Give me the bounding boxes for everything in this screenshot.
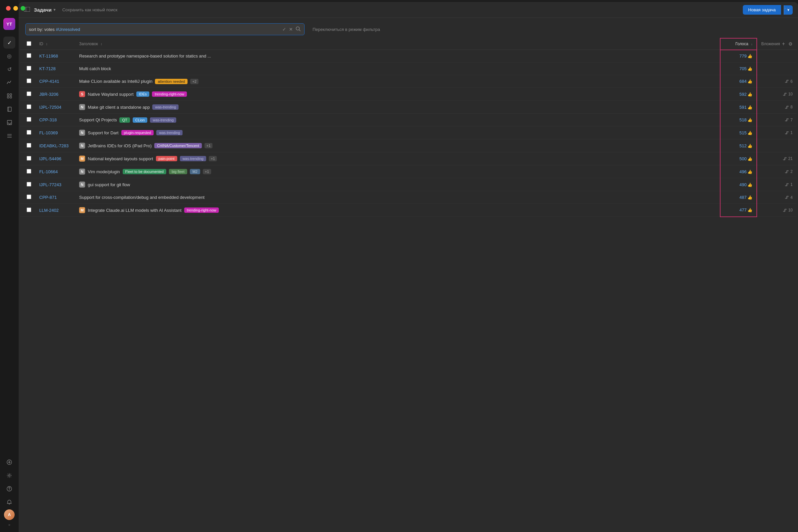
tag-was-trending[interactable]: was-trending xyxy=(152,104,178,110)
tag-clion[interactable]: CLion xyxy=(133,117,148,123)
issue-id-link[interactable]: IDEABKL-7283 xyxy=(39,143,69,148)
upvote-icon[interactable]: 👍 xyxy=(747,79,753,84)
row-checkbox[interactable] xyxy=(26,92,31,96)
issue-id-link[interactable]: JBR-3206 xyxy=(39,92,58,97)
tag-plugin[interactable]: plugin-requested xyxy=(121,130,154,135)
project-logo[interactable]: YT xyxy=(3,18,15,30)
issue-id-link[interactable]: IJPL-77243 xyxy=(39,182,61,187)
issue-id-link[interactable]: IJPL-72504 xyxy=(39,105,61,110)
nav-icon-help[interactable] xyxy=(3,483,15,495)
upvote-icon[interactable]: 👍 xyxy=(747,183,753,187)
th-title[interactable]: Заголовок ↕ xyxy=(75,38,720,50)
issues-table-wrap: ID ↕ Заголовок ↕ Голоса xyxy=(19,38,798,532)
tag-ides[interactable]: IDEs xyxy=(136,92,150,97)
tag-trending[interactable]: trending-right-now xyxy=(152,92,187,97)
row-checkbox[interactable] xyxy=(26,182,31,187)
user-avatar[interactable]: A xyxy=(4,509,15,520)
row-votes-cell: 779👍 xyxy=(720,50,757,62)
tag-qt[interactable]: QT xyxy=(119,117,130,123)
nav-expand-icon[interactable]: » xyxy=(8,523,10,527)
issue-id-link[interactable]: IJPL-54496 xyxy=(39,156,61,161)
close-button[interactable] xyxy=(6,6,11,11)
nav-icon-add[interactable] xyxy=(3,456,15,468)
nav-icon-bell[interactable] xyxy=(3,496,15,508)
issue-id-link[interactable]: KT-7128 xyxy=(39,66,56,71)
nav-icon-circle[interactable]: ◎ xyxy=(3,50,15,62)
upvote-icon[interactable]: 👍 xyxy=(747,131,753,135)
tag-m2[interactable]: M2 xyxy=(190,169,200,174)
tag-count[interactable]: +1 xyxy=(205,143,213,148)
row-checkbox[interactable] xyxy=(26,169,31,174)
th-votes[interactable]: Голоса ↓ xyxy=(720,38,757,50)
nav-icon-settings[interactable] xyxy=(3,470,15,481)
select-all-checkbox[interactable] xyxy=(26,41,31,46)
tag-was-trending[interactable]: was-trending xyxy=(156,130,183,135)
nav-icon-book[interactable] xyxy=(3,103,15,115)
nav-icon-stack[interactable] xyxy=(3,130,15,141)
tag-attention[interactable]: attention needed xyxy=(155,79,188,84)
upvote-icon[interactable]: 👍 xyxy=(747,66,753,71)
issue-id-link[interactable]: LLM-2402 xyxy=(39,208,59,213)
tag-china[interactable]: CHINA/Customer/Tencent xyxy=(154,143,202,148)
filter-switch-button[interactable]: Переключиться в режим фильтра xyxy=(312,27,380,32)
row-checkbox[interactable] xyxy=(26,78,31,83)
nav-icon-chart[interactable] xyxy=(3,76,15,89)
attach-count-value: 8 xyxy=(790,105,793,109)
tag-trending[interactable]: trending-right-now xyxy=(184,208,219,213)
nav-icon-inbox[interactable] xyxy=(3,116,15,128)
tag-fleet-doc[interactable]: Fleet to be documented xyxy=(123,169,167,174)
upvote-icon[interactable]: 👍 xyxy=(747,208,753,212)
tag-was-trending[interactable]: was-trending xyxy=(180,156,206,161)
row-id-cell: KT-7128 xyxy=(35,62,75,75)
upvote-icon[interactable]: 👍 xyxy=(747,144,753,148)
tag-count[interactable]: +2 xyxy=(190,79,198,84)
nav-icon-tasks[interactable]: ✓ xyxy=(3,37,15,49)
upvote-icon[interactable]: 👍 xyxy=(747,54,753,58)
view-title[interactable]: Задачи ▾ xyxy=(34,7,56,13)
search-bar[interactable]: sort by: votes #Unresolved ✓ ✕ xyxy=(25,23,305,35)
issue-id-link[interactable]: CPP-318 xyxy=(39,117,57,122)
table-row: KT-7128Multi catch block705👍 xyxy=(20,62,797,75)
row-checkbox[interactable] xyxy=(26,156,31,160)
search-submit-icon[interactable] xyxy=(296,26,301,33)
row-checkbox[interactable] xyxy=(26,208,31,212)
upvote-icon[interactable]: 👍 xyxy=(747,105,753,110)
nav-icon-history[interactable]: ↺ xyxy=(3,63,15,75)
th-id[interactable]: ID ↕ xyxy=(35,38,75,50)
search-clear-icon[interactable]: ✕ xyxy=(289,26,293,32)
row-checkbox[interactable] xyxy=(26,66,31,71)
row-checkbox[interactable] xyxy=(26,104,31,109)
fullscreen-button[interactable] xyxy=(21,6,25,11)
tag-count[interactable]: +1 xyxy=(203,169,211,174)
upvote-icon[interactable]: 👍 xyxy=(747,170,753,174)
upvote-icon[interactable]: 👍 xyxy=(747,157,753,161)
issue-id-link[interactable]: FL-10369 xyxy=(39,130,58,135)
tag-pain[interactable]: pain-point xyxy=(156,156,177,161)
nav-icon-grid[interactable] xyxy=(3,90,15,102)
tag-was-trending[interactable]: was-trending xyxy=(150,117,176,123)
save-search-button[interactable]: Сохранить как новый поиск xyxy=(62,7,117,12)
issue-id-link[interactable]: KT-11968 xyxy=(39,54,58,58)
row-checkbox[interactable] xyxy=(26,53,31,58)
issue-title-text: JetBrains IDEs for iOS (iPad Pro) xyxy=(88,143,152,148)
upvote-icon[interactable]: 👍 xyxy=(747,195,753,200)
row-checkbox[interactable] xyxy=(26,117,31,122)
attach-count-value: 2 xyxy=(790,169,793,174)
tag-big-fleet[interactable]: big fleet xyxy=(169,169,187,174)
row-checkbox[interactable] xyxy=(26,194,31,199)
issue-id-link[interactable]: FL-10664 xyxy=(39,169,58,174)
window-more-icon[interactable]: ··· xyxy=(784,5,791,12)
upvote-icon[interactable]: 👍 xyxy=(747,118,753,122)
column-settings-icon[interactable]: ⚙ xyxy=(788,41,793,46)
row-checkbox[interactable] xyxy=(26,130,31,135)
issue-id-link[interactable]: CPP-871 xyxy=(39,195,57,200)
new-task-button[interactable]: Новая задача xyxy=(743,5,781,15)
row-checkbox[interactable] xyxy=(26,143,31,148)
svg-line-19 xyxy=(299,30,300,31)
upvote-icon[interactable]: 👍 xyxy=(747,92,753,97)
tag-count[interactable]: +1 xyxy=(209,156,217,161)
add-column-button[interactable]: + xyxy=(782,41,785,47)
issue-id-link[interactable]: CPP-4141 xyxy=(39,79,59,84)
search-checkmark-icon[interactable]: ✓ xyxy=(282,26,286,32)
minimize-button[interactable] xyxy=(13,6,18,11)
